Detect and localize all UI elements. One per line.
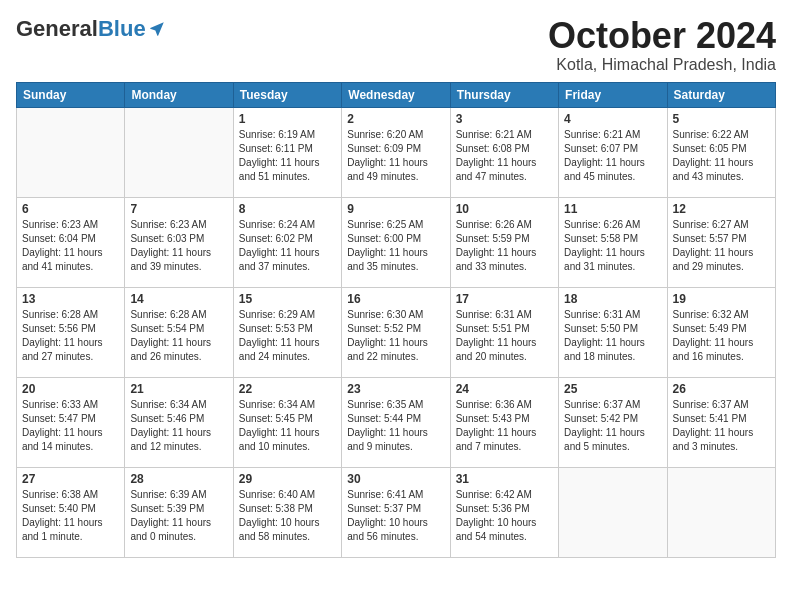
day-number: 17: [456, 292, 553, 306]
day-info: Sunrise: 6:31 AMSunset: 5:50 PMDaylight:…: [564, 308, 661, 364]
day-info: Sunrise: 6:25 AMSunset: 6:00 PMDaylight:…: [347, 218, 444, 274]
calendar-cell: 10Sunrise: 6:26 AMSunset: 5:59 PMDayligh…: [450, 197, 558, 287]
calendar-cell: 14Sunrise: 6:28 AMSunset: 5:54 PMDayligh…: [125, 287, 233, 377]
week-row-3: 13Sunrise: 6:28 AMSunset: 5:56 PMDayligh…: [17, 287, 776, 377]
day-number: 18: [564, 292, 661, 306]
logo: GeneralBlue: [16, 16, 166, 42]
weekday-header-tuesday: Tuesday: [233, 82, 341, 107]
day-info: Sunrise: 6:31 AMSunset: 5:51 PMDaylight:…: [456, 308, 553, 364]
calendar-cell: 20Sunrise: 6:33 AMSunset: 5:47 PMDayligh…: [17, 377, 125, 467]
calendar-cell: 8Sunrise: 6:24 AMSunset: 6:02 PMDaylight…: [233, 197, 341, 287]
calendar-cell: 27Sunrise: 6:38 AMSunset: 5:40 PMDayligh…: [17, 467, 125, 557]
day-info: Sunrise: 6:26 AMSunset: 5:58 PMDaylight:…: [564, 218, 661, 274]
day-number: 28: [130, 472, 227, 486]
day-info: Sunrise: 6:22 AMSunset: 6:05 PMDaylight:…: [673, 128, 770, 184]
day-number: 14: [130, 292, 227, 306]
calendar-cell: 13Sunrise: 6:28 AMSunset: 5:56 PMDayligh…: [17, 287, 125, 377]
day-number: 8: [239, 202, 336, 216]
day-number: 13: [22, 292, 119, 306]
day-number: 25: [564, 382, 661, 396]
weekday-row: SundayMondayTuesdayWednesdayThursdayFrid…: [17, 82, 776, 107]
day-info: Sunrise: 6:23 AMSunset: 6:04 PMDaylight:…: [22, 218, 119, 274]
calendar-cell: 2Sunrise: 6:20 AMSunset: 6:09 PMDaylight…: [342, 107, 450, 197]
calendar-cell: 15Sunrise: 6:29 AMSunset: 5:53 PMDayligh…: [233, 287, 341, 377]
calendar-cell: 4Sunrise: 6:21 AMSunset: 6:07 PMDaylight…: [559, 107, 667, 197]
calendar-cell: 17Sunrise: 6:31 AMSunset: 5:51 PMDayligh…: [450, 287, 558, 377]
calendar-cell: 19Sunrise: 6:32 AMSunset: 5:49 PMDayligh…: [667, 287, 775, 377]
logo-general-text: General: [16, 16, 98, 42]
weekday-header-wednesday: Wednesday: [342, 82, 450, 107]
calendar-cell: 9Sunrise: 6:25 AMSunset: 6:00 PMDaylight…: [342, 197, 450, 287]
week-row-2: 6Sunrise: 6:23 AMSunset: 6:04 PMDaylight…: [17, 197, 776, 287]
calendar-table: SundayMondayTuesdayWednesdayThursdayFrid…: [16, 82, 776, 558]
calendar-cell: 18Sunrise: 6:31 AMSunset: 5:50 PMDayligh…: [559, 287, 667, 377]
calendar-cell: 5Sunrise: 6:22 AMSunset: 6:05 PMDaylight…: [667, 107, 775, 197]
calendar-cell: [125, 107, 233, 197]
calendar-cell: 26Sunrise: 6:37 AMSunset: 5:41 PMDayligh…: [667, 377, 775, 467]
day-info: Sunrise: 6:34 AMSunset: 5:46 PMDaylight:…: [130, 398, 227, 454]
day-number: 4: [564, 112, 661, 126]
logo-bird-icon: [148, 20, 166, 38]
calendar-cell: [559, 467, 667, 557]
weekday-header-friday: Friday: [559, 82, 667, 107]
day-info: Sunrise: 6:32 AMSunset: 5:49 PMDaylight:…: [673, 308, 770, 364]
calendar-cell: 22Sunrise: 6:34 AMSunset: 5:45 PMDayligh…: [233, 377, 341, 467]
day-number: 11: [564, 202, 661, 216]
calendar-cell: 3Sunrise: 6:21 AMSunset: 6:08 PMDaylight…: [450, 107, 558, 197]
day-info: Sunrise: 6:35 AMSunset: 5:44 PMDaylight:…: [347, 398, 444, 454]
calendar-body: 1Sunrise: 6:19 AMSunset: 6:11 PMDaylight…: [17, 107, 776, 557]
page-header: GeneralBlue October 2024 Kotla, Himachal…: [16, 16, 776, 74]
day-info: Sunrise: 6:23 AMSunset: 6:03 PMDaylight:…: [130, 218, 227, 274]
calendar-title: October 2024: [548, 16, 776, 56]
day-number: 1: [239, 112, 336, 126]
calendar-cell: 6Sunrise: 6:23 AMSunset: 6:04 PMDaylight…: [17, 197, 125, 287]
weekday-header-saturday: Saturday: [667, 82, 775, 107]
day-number: 24: [456, 382, 553, 396]
day-number: 31: [456, 472, 553, 486]
calendar-header: SundayMondayTuesdayWednesdayThursdayFrid…: [17, 82, 776, 107]
day-info: Sunrise: 6:20 AMSunset: 6:09 PMDaylight:…: [347, 128, 444, 184]
day-number: 7: [130, 202, 227, 216]
day-number: 22: [239, 382, 336, 396]
calendar-cell: 21Sunrise: 6:34 AMSunset: 5:46 PMDayligh…: [125, 377, 233, 467]
day-info: Sunrise: 6:29 AMSunset: 5:53 PMDaylight:…: [239, 308, 336, 364]
day-number: 15: [239, 292, 336, 306]
week-row-5: 27Sunrise: 6:38 AMSunset: 5:40 PMDayligh…: [17, 467, 776, 557]
day-info: Sunrise: 6:21 AMSunset: 6:08 PMDaylight:…: [456, 128, 553, 184]
day-info: Sunrise: 6:19 AMSunset: 6:11 PMDaylight:…: [239, 128, 336, 184]
calendar-cell: 7Sunrise: 6:23 AMSunset: 6:03 PMDaylight…: [125, 197, 233, 287]
weekday-header-monday: Monday: [125, 82, 233, 107]
day-info: Sunrise: 6:40 AMSunset: 5:38 PMDaylight:…: [239, 488, 336, 544]
day-info: Sunrise: 6:21 AMSunset: 6:07 PMDaylight:…: [564, 128, 661, 184]
day-info: Sunrise: 6:37 AMSunset: 5:42 PMDaylight:…: [564, 398, 661, 454]
calendar-cell: 28Sunrise: 6:39 AMSunset: 5:39 PMDayligh…: [125, 467, 233, 557]
day-info: Sunrise: 6:33 AMSunset: 5:47 PMDaylight:…: [22, 398, 119, 454]
day-number: 29: [239, 472, 336, 486]
day-number: 27: [22, 472, 119, 486]
calendar-cell: [17, 107, 125, 197]
day-number: 23: [347, 382, 444, 396]
weekday-header-thursday: Thursday: [450, 82, 558, 107]
calendar-cell: 16Sunrise: 6:30 AMSunset: 5:52 PMDayligh…: [342, 287, 450, 377]
calendar-cell: 31Sunrise: 6:42 AMSunset: 5:36 PMDayligh…: [450, 467, 558, 557]
day-number: 19: [673, 292, 770, 306]
title-block: October 2024 Kotla, Himachal Pradesh, In…: [548, 16, 776, 74]
day-number: 16: [347, 292, 444, 306]
day-info: Sunrise: 6:37 AMSunset: 5:41 PMDaylight:…: [673, 398, 770, 454]
day-number: 3: [456, 112, 553, 126]
day-info: Sunrise: 6:42 AMSunset: 5:36 PMDaylight:…: [456, 488, 553, 544]
calendar-cell: 24Sunrise: 6:36 AMSunset: 5:43 PMDayligh…: [450, 377, 558, 467]
day-number: 26: [673, 382, 770, 396]
day-number: 9: [347, 202, 444, 216]
day-info: Sunrise: 6:38 AMSunset: 5:40 PMDaylight:…: [22, 488, 119, 544]
calendar-cell: 29Sunrise: 6:40 AMSunset: 5:38 PMDayligh…: [233, 467, 341, 557]
day-info: Sunrise: 6:30 AMSunset: 5:52 PMDaylight:…: [347, 308, 444, 364]
day-info: Sunrise: 6:41 AMSunset: 5:37 PMDaylight:…: [347, 488, 444, 544]
calendar-subtitle: Kotla, Himachal Pradesh, India: [548, 56, 776, 74]
day-number: 5: [673, 112, 770, 126]
day-number: 10: [456, 202, 553, 216]
day-info: Sunrise: 6:34 AMSunset: 5:45 PMDaylight:…: [239, 398, 336, 454]
calendar-cell: 25Sunrise: 6:37 AMSunset: 5:42 PMDayligh…: [559, 377, 667, 467]
logo-blue-text: Blue: [98, 16, 146, 42]
day-info: Sunrise: 6:24 AMSunset: 6:02 PMDaylight:…: [239, 218, 336, 274]
